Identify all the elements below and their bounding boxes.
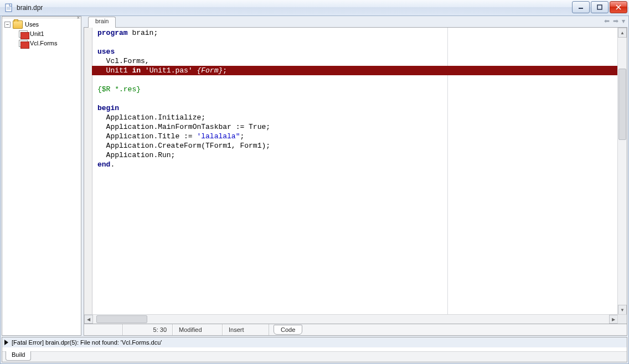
editor-status-bar: 5: 30 Modified Insert Code bbox=[84, 324, 627, 336]
messages-pane: [Fatal Error] brain.dpr(5): File not fou… bbox=[2, 337, 627, 362]
folder-icon bbox=[13, 20, 23, 29]
tree-item-unit1[interactable]: Unit1 bbox=[4, 29, 81, 38]
structure-panel: × − Uses Unit1 Vcl.Forms bbox=[2, 16, 81, 336]
code-line[interactable] bbox=[97, 94, 618, 103]
messages-list[interactable]: [Fatal Error] brain.dpr(5): File not fou… bbox=[2, 337, 627, 351]
editor-frame: program brain; uses Vcl.Forms, Unit1 in … bbox=[84, 27, 627, 324]
uses-tree[interactable]: − Uses Unit1 Vcl.Forms bbox=[2, 19, 81, 335]
code-line[interactable]: uses bbox=[97, 47, 618, 56]
code-line[interactable]: {$R *.res} bbox=[97, 85, 618, 94]
unit-icon bbox=[19, 40, 28, 47]
tree-root-label: Uses bbox=[25, 21, 39, 28]
scroll-left-icon[interactable]: ◀ bbox=[84, 315, 93, 324]
nav-dropdown-icon[interactable]: ▾ bbox=[622, 17, 625, 25]
scroll-right-icon[interactable]: ▶ bbox=[609, 315, 618, 324]
tree-item-label: Unit1 bbox=[30, 30, 44, 37]
messages-tab-build[interactable]: Build bbox=[6, 351, 31, 361]
close-button[interactable] bbox=[610, 1, 627, 13]
tree-item-label: Vcl.Forms bbox=[30, 40, 58, 46]
code-line[interactable]: end. bbox=[97, 160, 618, 169]
view-tab-code[interactable]: Code bbox=[274, 325, 302, 335]
status-insert-mode: Insert bbox=[223, 324, 269, 335]
play-icon bbox=[4, 340, 8, 345]
tree-item-vclforms[interactable]: Vcl.Forms bbox=[4, 39, 81, 48]
window-controls bbox=[572, 1, 627, 13]
collapse-icon[interactable]: − bbox=[4, 22, 11, 28]
main-row: × − Uses Unit1 Vcl.Forms bra bbox=[1, 16, 628, 337]
code-line[interactable]: program brain; bbox=[97, 28, 618, 38]
vertical-scrollbar[interactable]: ▲ ▼ bbox=[617, 28, 627, 315]
status-cursor-pos: 5: 30 bbox=[123, 324, 173, 335]
code-line[interactable]: Application.MainFormOnTaskbar := True; bbox=[97, 122, 618, 132]
panel-close-icon[interactable]: × bbox=[77, 15, 80, 20]
code-area[interactable]: program brain; uses Vcl.Forms, Unit1 in … bbox=[84, 28, 627, 324]
workspace: × − Uses Unit1 Vcl.Forms bra bbox=[0, 15, 629, 364]
minimize-button[interactable] bbox=[572, 1, 590, 13]
window-title: brain.dpr bbox=[17, 4, 43, 12]
svg-rect-5 bbox=[597, 5, 602, 9]
title-bar: brain.dpr bbox=[0, 0, 629, 16]
message-row-error[interactable]: [Fatal Error] brain.dpr(5): File not fou… bbox=[2, 337, 627, 347]
gutter bbox=[84, 28, 92, 315]
messages-tabs: Build bbox=[2, 351, 627, 362]
scroll-corner bbox=[617, 314, 627, 324]
code-line[interactable]: Application.Initialize; bbox=[97, 113, 618, 122]
status-cell-blank bbox=[84, 324, 123, 335]
code-line[interactable]: begin bbox=[97, 103, 618, 113]
editor-area: brain ⬅ ➡ ▾ program brain; uses Vcl.Form… bbox=[84, 16, 627, 336]
code-line[interactable]: Application.Title := 'lalalala"; bbox=[97, 132, 618, 141]
unit-icon bbox=[19, 30, 28, 38]
scroll-down-icon[interactable]: ▼ bbox=[618, 305, 627, 315]
scroll-thumb[interactable] bbox=[618, 69, 626, 140]
scroll-thumb[interactable] bbox=[96, 315, 147, 323]
code-lines[interactable]: program brain; uses Vcl.Forms, Unit1 in … bbox=[92, 28, 618, 315]
nav-back-icon[interactable]: ⬅ bbox=[604, 17, 610, 25]
file-tab-brain[interactable]: brain bbox=[88, 17, 116, 28]
horizontal-scrollbar[interactable]: ◀ ▶ bbox=[84, 314, 618, 324]
code-line[interactable]: Application.Run; bbox=[97, 150, 618, 160]
code-line[interactable]: Application.CreateForm(TForm1, Form1); bbox=[97, 141, 618, 150]
code-line[interactable]: Vcl.Forms, bbox=[97, 56, 618, 66]
code-line-error[interactable]: Unit1 in 'Unit1.pas' {Form}; bbox=[92, 66, 618, 75]
message-text: [Fatal Error] brain.dpr(5): File not fou… bbox=[12, 339, 162, 346]
document-icon bbox=[4, 3, 13, 12]
maximize-button[interactable] bbox=[591, 1, 609, 13]
svg-rect-0 bbox=[6, 4, 12, 12]
code-line[interactable] bbox=[97, 38, 618, 47]
nav-arrows: ⬅ ➡ ▾ bbox=[604, 17, 625, 25]
nav-forward-icon[interactable]: ➡ bbox=[613, 17, 618, 25]
code-line[interactable] bbox=[97, 75, 618, 85]
file-tabs-row: brain ⬅ ➡ ▾ bbox=[84, 16, 627, 27]
status-modified: Modified bbox=[173, 324, 223, 335]
panel-grip[interactable]: × bbox=[2, 17, 81, 19]
tree-root-uses[interactable]: − Uses bbox=[4, 20, 81, 29]
